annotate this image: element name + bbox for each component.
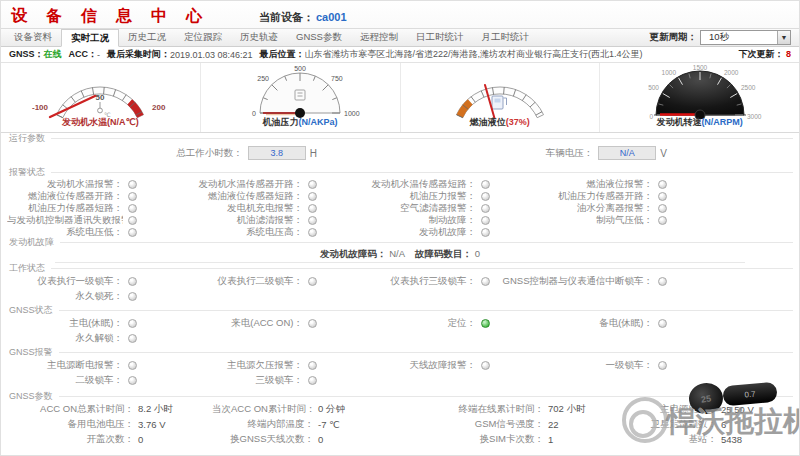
status-led — [481, 228, 490, 237]
run-param-label: 车辆电压： — [500, 147, 593, 160]
status-item: 发动机水温报警： — [7, 178, 147, 190]
status-item-label: 永久解锁： — [7, 332, 123, 345]
status-led — [658, 180, 667, 189]
tab-item[interactable]: 定位跟踪 — [175, 29, 231, 46]
param-label: 当次ACC ON累计时间： — [212, 403, 314, 416]
status-led — [128, 277, 137, 286]
section-rule — [59, 352, 793, 353]
status-led — [308, 361, 317, 370]
section-run-params: 运行参数 总工作小时数：3.8H车辆电压：N/AV — [1, 133, 799, 167]
section-rule — [59, 396, 793, 397]
acc-label: ACC： — [69, 48, 98, 61]
current-device-id[interactable]: ca001 — [316, 11, 347, 23]
status-item: 永久解锁： — [7, 331, 147, 346]
status-led — [308, 216, 317, 225]
gauge-tick-label: -100 — [32, 103, 49, 112]
status-item: 机油滤清报警： — [147, 214, 327, 226]
param-item: GSM信号强度：22 — [392, 417, 622, 432]
param-item: 终端内部温度：-7 ℃ — [212, 417, 392, 432]
gauge-value: (N/A℃) — [107, 117, 139, 127]
status-led — [128, 361, 137, 370]
status-led — [481, 216, 490, 225]
oil-pressure-gauge-dial: 0 250 500 750 1000 — [201, 63, 400, 119]
gauge-label: 机油压力(N/AKPa) — [263, 116, 338, 129]
section-header: GNSS状态 — [7, 305, 793, 316]
status-led — [128, 319, 137, 328]
status-item-label: 来电(ACC ON)： — [147, 317, 303, 330]
gauge-tick-label: 200 — [152, 103, 166, 112]
status-led — [658, 216, 667, 225]
gauge-name: 机油压力 — [263, 117, 299, 127]
section-title: 发动机故障 — [9, 236, 54, 249]
tab-item[interactable]: GNSS参数 — [287, 29, 351, 46]
status-item-label: 仪表执行三级锁车： — [327, 275, 476, 288]
fault-code-value: N/A — [389, 248, 404, 259]
gauge-label: 发动机水温(N/A℃) — [62, 116, 139, 129]
gauge-tick-label: 1000 — [344, 110, 360, 117]
section-rule — [51, 138, 793, 139]
section-rule — [60, 242, 793, 243]
section-header: GNSS参数 — [7, 391, 793, 402]
tab-item[interactable]: 设备资料 — [5, 29, 61, 46]
tab-item[interactable]: 月工时统计 — [472, 29, 538, 46]
brand-watermark-text: 悍沃拖拉机 — [667, 402, 800, 442]
gauge-tick-label: 50 — [96, 93, 105, 102]
status-item: 制动故障： — [327, 214, 500, 226]
gauge-water-temp: -100 50 200 ℃ 发动机水温(N/A℃) — [1, 63, 201, 132]
gnss-status-grid: 主电(休眠)：来电(ACC ON)：定位：备电(休眠)：永久解锁： — [7, 316, 793, 346]
status-item: 来电(ACC ON)： — [147, 316, 327, 331]
next-update: 下次更新： 8 — [738, 48, 791, 61]
section-gnss-alarm: GNSS报警 主电源断电报警：主电源欠压报警：天线故障报警：一级锁车：二级锁车：… — [1, 347, 799, 391]
param-label: ACC ON总累计时间： — [7, 403, 134, 416]
tab-active[interactable]: 实时工况 — [61, 29, 119, 47]
status-item: 与发动机控制器通讯失败报警： — [7, 214, 147, 226]
tab-item[interactable]: 远程控制 — [351, 29, 407, 46]
param-value: 702 小时 — [548, 403, 612, 416]
gauge-tick-label: 500 — [294, 65, 306, 72]
param-item: 当次ACC ON累计时间：0 分钟 — [212, 402, 392, 417]
param-label: GSM信号强度： — [392, 418, 544, 431]
status-item-label: 永久锁死： — [7, 290, 123, 303]
engine-fault-line: 发动机故障码： N/A 故障码数目： 0 — [7, 248, 793, 260]
param-item: 开盖次数：0 — [7, 432, 212, 447]
status-led — [308, 319, 317, 328]
section-title: 运行参数 — [9, 132, 45, 145]
update-cycle-select[interactable]: 10秒 ▼ — [700, 30, 791, 45]
status-item-label: 一级锁车： — [500, 359, 653, 372]
fuel-pump-icon — [492, 96, 507, 109]
status-led — [481, 180, 490, 189]
status-item: 发电机充电报警： — [147, 202, 327, 214]
tab-item[interactable]: 历史轨迹 — [231, 29, 287, 46]
tab-item[interactable]: 日工时统计 — [407, 29, 473, 46]
alarm-status-grid: 发动机水温报警：发动机水温传感器开路：发动机水温传感器短路：燃油液位报警：燃油液… — [7, 178, 793, 238]
gauge-tick-label: 2500 — [741, 84, 756, 91]
param-item: ACC ON总累计时间：8.2 小时 — [7, 402, 212, 417]
status-led — [308, 228, 317, 237]
status-led — [308, 277, 317, 286]
thermometer-icon — [98, 102, 103, 113]
gauge-name: 燃油液位 — [470, 117, 506, 127]
status-item: 机油压力报警： — [327, 190, 500, 202]
status-item: 仪表执行一级锁车： — [7, 274, 147, 289]
chevron-down-icon: ▼ — [777, 31, 790, 44]
status-led — [128, 180, 137, 189]
brand-logo-icon — [622, 397, 668, 443]
status-item: 发动机水温传感器短路： — [327, 178, 500, 190]
gauge-name: 发动机转速 — [656, 117, 701, 127]
next-update-label: 下次更新： — [738, 49, 783, 59]
run-param-item: 车辆电压：N/AV — [500, 144, 677, 162]
current-device: 当前设备：ca001 — [259, 10, 347, 25]
status-item: 仪表执行三级锁车： — [327, 274, 500, 289]
status-led — [658, 361, 667, 370]
status-item-label: GNSS控制器与仪表通信中断锁车： — [500, 275, 653, 288]
status-led — [308, 204, 317, 213]
gauge-tick-label: 1000 — [661, 69, 676, 76]
run-param-item: 总工作小时数：3.8H — [147, 144, 327, 162]
status-led — [481, 319, 490, 328]
last-time-label: 最后采集时间： — [107, 48, 170, 61]
param-value: 0 — [138, 434, 202, 445]
water-temp-gauge-dial: -100 50 200 ℃ — [1, 63, 200, 119]
tab-item[interactable]: 历史工况 — [119, 29, 175, 46]
run-param-unit: H — [310, 148, 317, 159]
update-cycle: 更新周期： 10秒 ▼ — [650, 29, 800, 46]
